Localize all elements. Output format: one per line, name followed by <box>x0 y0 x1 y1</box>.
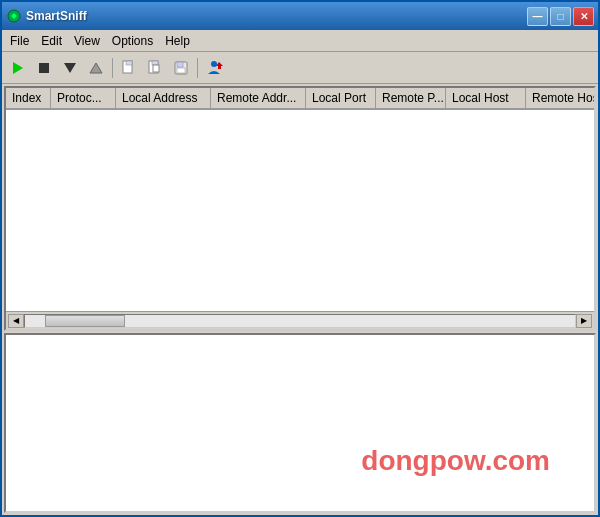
menu-edit[interactable]: Edit <box>35 32 68 50</box>
col-remote-host[interactable]: Remote Host <box>526 88 594 108</box>
col-local-address[interactable]: Local Address <box>116 88 211 108</box>
col-protocol[interactable]: Protoc... <box>51 88 116 108</box>
maximize-button[interactable]: □ <box>550 7 571 26</box>
svg-rect-10 <box>153 65 159 72</box>
col-index[interactable]: Index <box>6 88 51 108</box>
content-area: Index Protoc... Local Address Remote Add… <box>2 84 598 515</box>
sort-button[interactable] <box>84 56 108 80</box>
menu-view[interactable]: View <box>68 32 106 50</box>
new-button[interactable] <box>117 56 141 80</box>
svg-rect-12 <box>177 62 183 67</box>
scroll-right-button[interactable]: ▶ <box>576 314 592 328</box>
svg-point-14 <box>211 61 217 67</box>
menu-bar: File Edit View Options Help <box>2 30 598 52</box>
table-header: Index Protoc... Local Address Remote Add… <box>6 88 594 110</box>
toolbar-separator-2 <box>197 58 198 78</box>
svg-rect-7 <box>126 61 132 65</box>
menu-file[interactable]: File <box>4 32 35 50</box>
close-button[interactable]: ✕ <box>573 7 594 26</box>
target-button[interactable] <box>202 56 226 80</box>
svg-marker-1 <box>13 62 23 74</box>
menu-options[interactable]: Options <box>106 32 159 50</box>
scroll-left-button[interactable]: ◀ <box>8 314 24 328</box>
bottom-pane <box>4 333 596 513</box>
svg-marker-4 <box>90 63 102 73</box>
stop-button[interactable] <box>32 56 56 80</box>
svg-marker-3 <box>64 63 76 73</box>
col-local-port[interactable]: Local Port <box>306 88 376 108</box>
window-controls: — □ ✕ <box>527 7 594 26</box>
h-scrollbar-container: ◀ ▶ <box>6 311 594 329</box>
svg-rect-9 <box>152 61 158 65</box>
toolbar <box>2 52 598 84</box>
main-pane: Index Protoc... Local Address Remote Add… <box>4 86 596 331</box>
app-title: SmartSniff <box>26 9 87 23</box>
app-icon <box>6 8 22 24</box>
title-bar-left: SmartSniff <box>6 8 87 24</box>
svg-rect-13 <box>177 68 185 73</box>
filter-button[interactable] <box>58 56 82 80</box>
save-button[interactable] <box>169 56 193 80</box>
h-scrollbar-thumb[interactable] <box>45 315 125 327</box>
table-body[interactable] <box>6 110 594 311</box>
toolbar-separator-1 <box>112 58 113 78</box>
col-remote-port[interactable]: Remote P... <box>376 88 446 108</box>
col-remote-address[interactable]: Remote Addr... <box>211 88 306 108</box>
title-bar: SmartSniff — □ ✕ <box>2 2 598 30</box>
menu-help[interactable]: Help <box>159 32 196 50</box>
minimize-button[interactable]: — <box>527 7 548 26</box>
open-button[interactable] <box>143 56 167 80</box>
svg-rect-2 <box>39 63 49 73</box>
h-scrollbar-track[interactable] <box>24 314 576 328</box>
play-button[interactable] <box>6 56 30 80</box>
col-local-host[interactable]: Local Host <box>446 88 526 108</box>
